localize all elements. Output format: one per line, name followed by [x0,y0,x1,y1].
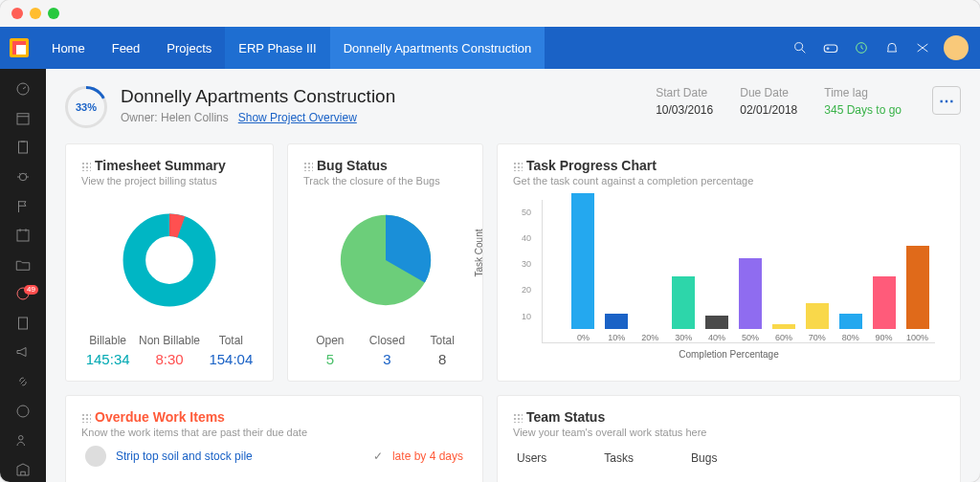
drag-handle[interactable] [513,413,523,423]
bugstatus-card: Bug Status Track the closure of the Bugs… [287,143,483,382]
project-title: Donnelly Apartments Construction [121,86,395,107]
stat-open: Open5 [316,334,344,367]
bar-20%: 20% [638,329,662,342]
nav-item-donnelly-apartments-construction[interactable]: Donnelly Apartments Construction [330,27,546,69]
project-owner-line: Owner: Helen Collins Show Project Overvi… [121,111,395,124]
progress-ring: 33% [65,86,107,128]
svg-point-11 [19,436,24,441]
bar-100%: 100% [905,246,929,342]
nav-item-feed[interactable]: Feed [99,27,154,69]
check-icon: ✓ [373,449,383,463]
team-col-tasks: Tasks [604,451,634,465]
svg-rect-1 [824,45,837,53]
app-logo[interactable] [0,27,38,69]
rail-schedule[interactable] [0,223,46,249]
bar-0%: 0% [571,193,595,342]
progress-card: Task Progress Chart Get the task count a… [497,143,961,382]
stat-closed: Closed3 [369,334,405,367]
top-nav: HomeFeedProjectsERP Phase IIIDonnelly Ap… [0,27,980,69]
drag-handle[interactable] [303,162,313,171]
rail-users[interactable] [0,427,46,453]
gamepad-icon[interactable] [815,27,846,69]
window-titlebar [0,0,980,27]
drag-handle[interactable] [513,162,523,171]
bug-pie [333,208,438,313]
main-content: 33% Donnelly Apartments Construction Own… [46,69,980,482]
rail-milestone[interactable] [0,193,46,219]
overdue-item[interactable]: Strip top soil and stock pile ✓ late by … [81,438,467,474]
rail-org[interactable] [0,457,46,482]
rail-alerts[interactable] [0,281,46,307]
rail-dashboard[interactable] [0,77,46,102]
chart-ylabel: Task Count [474,229,484,276]
drag-handle[interactable] [81,162,91,171]
rail-doc[interactable] [0,311,46,337]
bar-80%: 80% [838,314,862,342]
rail-calendar[interactable] [0,106,46,132]
close-window[interactable] [11,8,23,19]
bar-60%: 60% [771,324,795,342]
timesheet-donut [117,208,222,313]
search-icon[interactable] [785,27,815,69]
stat-total: Total154:04 [209,334,253,367]
stat-total: Total8 [430,334,454,367]
rail-chat[interactable] [0,398,46,424]
svg-point-0 [795,43,803,51]
user-avatar[interactable] [944,35,969,60]
drag-handle[interactable] [81,413,91,423]
stat-non-billable: Non Billable8:30 [139,334,200,367]
svg-rect-4 [17,114,29,124]
nav-item-projects[interactable]: Projects [153,27,225,69]
overdue-card: Overdue Work Items Know the work items t… [65,395,483,482]
rail-clipboard[interactable] [0,135,46,161]
stat-billable: Billable145:34 [86,334,130,367]
bar-50%: 50% [739,258,763,342]
rail-link[interactable] [0,369,46,395]
side-rail [0,69,46,482]
svg-rect-7 [17,230,29,241]
timesheet-card: Timesheet Summary View the project billi… [65,143,274,382]
maximize-window[interactable] [48,8,59,19]
bar-30%: 30% [672,276,696,342]
more-button[interactable]: ⋯ [932,86,961,115]
bell-icon[interactable] [877,27,907,69]
team-col-users: Users [517,451,546,465]
rail-announce[interactable] [0,340,46,365]
nav-item-home[interactable]: Home [38,27,99,69]
chart-xlabel: Completion Percentage [513,349,945,360]
task-progress-chart: 10203040500%10%20%30%40%50%60%70%80%90%1… [542,200,935,343]
assignee-avatar [85,446,106,467]
teamstatus-card: Team Status View your team's overall wor… [497,395,961,482]
svg-rect-5 [19,142,28,153]
bar-70%: 70% [805,303,829,342]
clock-icon[interactable] [846,27,877,69]
minimize-window[interactable] [30,8,41,19]
rail-folder[interactable] [0,252,46,277]
rail-bug[interactable] [0,164,46,190]
bar-40%: 40% [705,316,729,342]
bar-90%: 90% [872,276,896,342]
svg-point-8 [17,288,29,299]
team-col-bugs: Bugs [691,451,717,465]
project-overview-link[interactable]: Show Project Overview [238,111,357,124]
settings-icon[interactable] [907,27,938,69]
svg-rect-9 [19,318,28,329]
bar-10%: 10% [605,314,629,342]
nav-item-erp-phase-iii[interactable]: ERP Phase III [225,27,329,69]
